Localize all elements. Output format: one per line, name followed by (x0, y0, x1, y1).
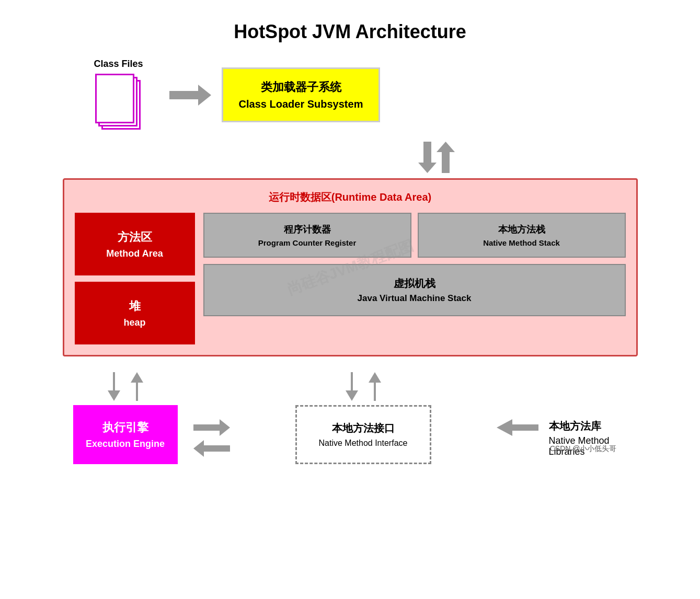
credit-label: CSDN @小小低头哥 (550, 444, 617, 454)
file-stack (95, 74, 142, 131)
class-to-loader-arrow (169, 85, 211, 106)
execution-engine-box: 执行引擎 Execution Engine (73, 405, 178, 464)
svg-marker-0 (169, 85, 211, 106)
pc-en: Program Counter Register (258, 238, 357, 247)
method-area-box: 方法区 Method Area (75, 213, 195, 275)
svg-marker-7 (346, 372, 358, 401)
class-files-group: Class Files (94, 59, 143, 131)
svg-marker-9 (497, 419, 538, 436)
nms-zh: 本地方法栈 (498, 223, 545, 236)
vertical-arrows (418, 142, 460, 173)
native-up-arrow (366, 372, 383, 401)
svg-marker-2 (437, 142, 455, 173)
svg-marker-6 (193, 440, 230, 457)
native-down-arrow (343, 372, 360, 401)
file-page-3 (95, 74, 134, 123)
method-area-en: Method Area (106, 248, 163, 259)
svg-marker-3 (108, 372, 120, 401)
page-title: HotSpot JVM Architecture (63, 0, 638, 43)
left-arrow-1 (193, 440, 230, 457)
nms-en: Native Method Stack (483, 238, 560, 247)
heap-box: 堆 heap (75, 282, 195, 344)
exec-down-arrow (106, 372, 122, 401)
native-interface-zh: 本地方法接口 (332, 421, 395, 435)
left-column: 方法区 Method Area 堆 heap (75, 213, 195, 344)
svg-marker-5 (193, 419, 230, 436)
exec-en: Execution Engine (86, 439, 165, 450)
native-lib-arrow (497, 419, 538, 436)
program-counter-box: 程序计数器 Program Counter Register (203, 213, 411, 258)
native-method-stack-box: 本地方法栈 Native Method Stack (418, 213, 626, 258)
exec-zh: 执行引擎 (102, 420, 148, 435)
native-interface-box: 本地方法接口 Native Method Interface (295, 405, 431, 464)
right-arrow-1 (193, 419, 230, 436)
class-files-label: Class Files (94, 59, 143, 70)
jvm-stack-en: Java Virtual Machine Stack (358, 293, 472, 304)
class-loader-zh: 类加载器子系统 (239, 79, 363, 95)
runtime-data-area: 尚硅谷JVM教程配图 运行时数据区(Runtime Data Area) 方法区… (63, 178, 638, 356)
native-interface-en: Native Method Interface (319, 439, 408, 448)
class-loader-en: Class Loader Subsystem (239, 98, 363, 110)
svg-marker-4 (131, 372, 143, 401)
right-column: 程序计数器 Program Counter Register 本地方法栈 Nat… (203, 213, 626, 344)
svg-marker-1 (418, 142, 437, 173)
exec-up-arrow (129, 372, 145, 401)
native-lib-zh: 本地方法库 (549, 419, 633, 433)
pc-zh: 程序计数器 (284, 223, 331, 236)
jvm-stack-zh: 虚拟机栈 (394, 277, 435, 291)
right-top-row: 程序计数器 Program Counter Register 本地方法栈 Nat… (203, 213, 626, 258)
svg-marker-8 (369, 372, 381, 401)
class-loader-box: 类加载器子系统 Class Loader Subsystem (222, 67, 381, 122)
jvm-stack-box: 虚拟机栈 Java Virtual Machine Stack (203, 264, 626, 316)
heap-zh: 堆 (129, 298, 141, 314)
method-area-zh: 方法区 (118, 229, 152, 245)
heap-en: heap (123, 317, 145, 328)
runtime-label: 运行时数据区(Runtime Data Area) (75, 190, 626, 204)
